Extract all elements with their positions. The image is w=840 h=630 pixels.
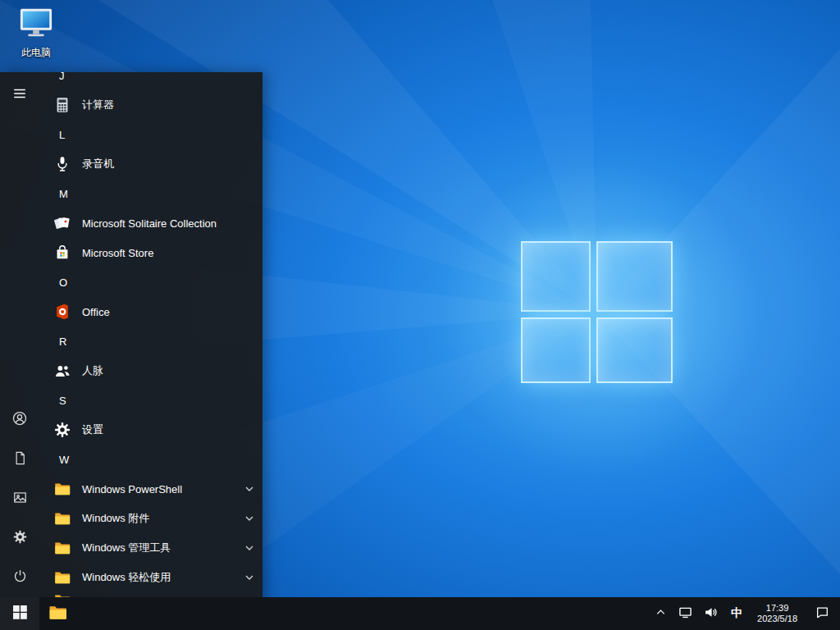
clock-date: 2023/5/18: [757, 614, 797, 624]
gear-icon: [12, 529, 28, 548]
desktop-icon-this-pc[interactable]: 此电脑: [10, 7, 62, 58]
letter-label: W: [59, 454, 69, 466]
folder-icon: [48, 602, 68, 626]
solitaire-cards-icon: [52, 213, 72, 233]
documents-button[interactable]: [0, 440, 39, 479]
windows-logo-pane: [596, 241, 673, 312]
app-item-solitaire[interactable]: Microsoft Solitaire Collection: [39, 208, 262, 238]
show-hidden-icons-button[interactable]: [649, 597, 673, 630]
clock[interactable]: 17:39 2023/5/18: [750, 597, 805, 630]
app-list-letter-m[interactable]: M: [39, 179, 262, 208]
letter-label: S: [59, 395, 66, 407]
app-item-label: 人脉: [82, 363, 103, 378]
app-item-calculator[interactable]: 计算器: [39, 90, 262, 120]
app-list-letter-w[interactable]: W: [39, 445, 262, 474]
windows-logo: [521, 241, 673, 384]
people-icon: [52, 361, 72, 381]
hamburger-icon: [12, 86, 27, 104]
folder-item-windows-accessories[interactable]: Windows 附件: [39, 504, 262, 533]
folder-item-windows-ease-of-access[interactable]: Windows 轻松使用: [39, 563, 262, 592]
ime-indicator[interactable]: 中: [724, 597, 750, 630]
store-bag-icon: [52, 243, 72, 262]
folder-item-label: Windows PowerShell: [82, 483, 182, 495]
action-center-icon: [815, 605, 829, 623]
app-list-letter-r[interactable]: R: [39, 326, 262, 356]
folder-icon: [52, 509, 72, 528]
calculator-icon: [52, 95, 72, 115]
letter-label: J: [59, 72, 65, 82]
app-item-label: 设置: [82, 422, 103, 437]
settings-button[interactable]: [0, 518, 39, 558]
folder-item-label: Windows 管理工具: [82, 541, 171, 555]
windows-logo-icon: [13, 605, 27, 623]
chevron-down-icon[interactable]: [244, 514, 254, 523]
volume-button[interactable]: [698, 597, 724, 630]
letter-label: M: [59, 188, 68, 200]
document-icon: [12, 450, 28, 469]
app-item-people[interactable]: 人脉: [39, 356, 262, 386]
app-item-voice-recorder[interactable]: 录音机: [39, 149, 262, 179]
pictures-icon: [12, 490, 28, 509]
chevron-down-icon[interactable]: [244, 573, 254, 582]
action-center-button[interactable]: [805, 597, 840, 630]
app-item-label: 计算器: [82, 98, 114, 112]
windows-logo-pane: [521, 317, 591, 383]
start-menu-app-list: J 计算器 L: [39, 72, 262, 630]
chevron-down-icon[interactable]: [244, 543, 254, 553]
letter-label: O: [59, 276, 67, 289]
app-item-label: Office: [82, 306, 110, 318]
app-list-letter-l[interactable]: L: [39, 120, 262, 149]
app-item-label: Microsoft Solitaire Collection: [82, 217, 217, 230]
letter-label: R: [59, 336, 66, 348]
power-button[interactable]: [0, 558, 39, 597]
app-list-letter-s[interactable]: S: [39, 386, 262, 415]
office-icon: [52, 302, 72, 322]
folder-item-windows-admin-tools[interactable]: Windows 管理工具: [39, 533, 262, 563]
letter-label: L: [59, 129, 65, 141]
chevron-down-icon[interactable]: [244, 484, 254, 494]
folder-icon: [52, 568, 72, 587]
chevron-up-icon: [655, 606, 667, 622]
app-item-office[interactable]: Office: [39, 297, 262, 326]
ethernet-icon: [678, 605, 692, 623]
computer-icon: [17, 7, 55, 44]
windows-logo-pane: [521, 241, 591, 312]
folder-item-label: Windows 轻松使用: [82, 570, 171, 585]
app-item-settings[interactable]: 设置: [39, 415, 262, 445]
speaker-icon: [704, 605, 718, 623]
desktop-icon-label: 此电脑: [21, 47, 51, 58]
clock-time: 17:39: [766, 603, 789, 614]
app-item-microsoft-store[interactable]: Microsoft Store: [39, 238, 262, 267]
folder-item-windows-powershell[interactable]: Windows PowerShell: [39, 474, 262, 504]
app-item-label: Microsoft Store: [82, 247, 153, 259]
system-tray: 中 17:39 2023/5/18: [649, 597, 840, 630]
power-icon: [12, 568, 28, 587]
start-menu-rail: [0, 72, 39, 597]
gear-icon: [52, 420, 72, 440]
folder-item-label: Windows 附件: [82, 511, 149, 526]
taskbar: 中 17:39 2023/5/18: [0, 597, 840, 630]
folder-icon: [52, 538, 72, 558]
hamburger-menu-button[interactable]: [0, 75, 39, 115]
account-button[interactable]: [0, 400, 39, 440]
app-list-letter-j[interactable]: J: [39, 72, 262, 90]
start-menu: J 计算器 L: [0, 72, 262, 630]
folder-icon: [52, 479, 72, 499]
network-button[interactable]: [673, 597, 698, 630]
app-item-label: 录音机: [82, 157, 114, 171]
user-icon: [11, 410, 28, 430]
app-list-letter-o[interactable]: O: [39, 267, 262, 297]
desktop: 此电脑: [0, 0, 840, 630]
microphone-icon: [52, 154, 72, 174]
windows-logo-pane: [596, 317, 673, 383]
pictures-button[interactable]: [0, 479, 39, 518]
file-explorer-button[interactable]: [39, 597, 75, 630]
start-button[interactable]: [0, 597, 39, 630]
